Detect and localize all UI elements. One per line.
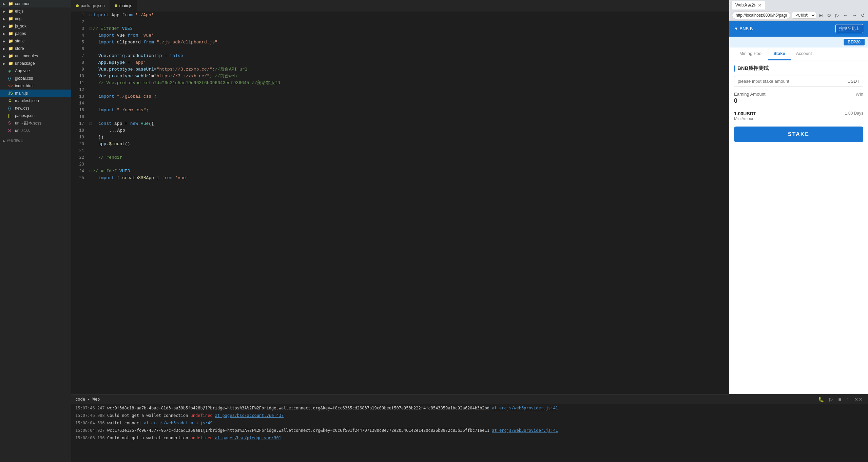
css-file-icon: {} [8,76,14,81]
console-link[interactable]: at pages/bsc/pledge.vue:301 [215,436,281,440]
code-line: 6 [71,46,729,53]
sidebar-item-index-html[interactable]: ▶ <> index.html [0,82,71,90]
code-line: 3 □ // #ifndef VUE3 [71,25,729,32]
days-value: 1.00 Days [845,111,863,121]
closed-projects-label: 已关闭项目 [7,138,24,143]
sidebar-item-label: main.js [15,91,28,96]
sidebar-item-uni-copy-scss[interactable]: ▶ S uni - 副本.scss [0,119,71,127]
sidebar-item-manifest-json[interactable]: ▶ ⚙ manifest.json [0,97,71,104]
sidebar-item-label: new.css [15,106,30,111]
browser-toolbar: PC模式 ⊞ ⚙ ▷ ← → ↺ 🔒 ⋮⋮ [729,10,868,21]
folder-icon: 📁 [8,61,14,66]
code-line: 25 import { createSSRApp } from 'vue' [71,175,729,181]
divider [734,108,863,108]
refresh-button[interactable]: ↺ [860,12,866,19]
browser-close-button[interactable]: ✕ [758,3,761,8]
console-stop-button[interactable]: ▷ [828,396,834,403]
closed-projects-section[interactable]: ▶ 已关闭项目 [0,137,71,145]
console-link[interactable]: at ercjs/web3provider.js:41 [492,406,558,410]
sidebar-item-uni-scss[interactable]: ▶ S uni.scss [0,127,71,134]
code-line: 7 Vue.config.productionTip = false [71,53,729,59]
sidebar-item-label: common [15,1,31,6]
address-bar-input[interactable] [732,12,790,19]
console-link[interactable]: at ercjs/web3model.min.js:49 [144,421,212,425]
sidebar-item-label: manifest.json [15,98,39,103]
sidebar-item-label: uni - 副本.scss [15,120,41,126]
console-line: 15:08:04.927 wc:1763e125-fc96-4377-957c-… [71,427,868,434]
code-line: 1 □ import App from './App' [71,12,729,19]
code-line: 10 Vue.prototype.webUrl="https://3.zzxxb… [71,73,729,80]
tab-package-json[interactable]: package.json [71,0,110,12]
sidebar-item-common[interactable]: ▶ 📁 common [0,0,71,7]
nav-tab-stake[interactable]: Stake [768,47,791,60]
tab-bar: package.json main.js [71,0,729,12]
sidebar-item-label: pages.json [15,113,35,118]
top-bar-text: ▼ BNB B [734,26,753,31]
stake-button[interactable]: STAKE [734,127,863,142]
console-wrap-button[interactable]: ✕✕ [853,396,864,403]
console-error-text: undefined [191,413,213,418]
stake-input-row: USDT [734,76,863,87]
js-file-icon: JS [8,91,14,96]
browser-top-bar: ▼ BNB B 拖拽至此上 [729,21,868,37]
sidebar-item-label: App.vue [15,69,30,73]
console-run-button[interactable]: 🐛 [817,396,825,403]
sidebar-item-img[interactable]: ▶ 📁 img [0,15,71,22]
nav-tab-account[interactable]: Account [791,47,817,60]
arrow-icon: ▶ [3,32,8,36]
arrow-icon: ▶ [3,2,8,6]
sidebar-item-label: img [15,16,21,21]
code-line: 20 app.$mount() [71,141,729,148]
back-button[interactable]: ← [842,12,849,19]
sidebar-item-pages-json[interactable]: ▶ [] pages.json [0,112,71,119]
file-dot [115,4,117,7]
sidebar-item-label: unpackage [15,61,35,66]
code-line: 9 Vue.prototype.baseUrl="https://3.zzxxb… [71,66,729,73]
json-file-icon: ⚙ [8,98,14,103]
sidebar-item-store[interactable]: ▶ 📁 store [0,45,71,52]
sidebar-item-main-js[interactable]: ▶ JS main.js [0,90,71,97]
console-line: 15:07:46.988 Could not get a wallet conn… [71,412,868,419]
sidebar-item-ercjs[interactable]: ▶ 📁 ercjs [0,7,71,15]
screencast-button[interactable]: ▷ [834,12,841,19]
sidebar-item-pages[interactable]: ▶ 📁 pages [0,30,71,37]
code-line: 4 import Vue from 'vue' [71,32,729,39]
sidebar-item-new-css[interactable]: ▶ {} new.css [0,104,71,112]
forward-button[interactable]: → [851,12,858,19]
drag-stake-button[interactable]: 拖拽至此上 [835,24,863,33]
console-restart-button[interactable]: ■ [837,396,843,403]
sidebar-item-label: ercjs [15,9,23,14]
arrow-icon: ▶ [3,62,8,65]
code-editor[interactable]: 1 □ import App from './App' 2 3 [71,12,729,394]
sidebar-item-uni_modules[interactable]: ▶ 📁 uni_modules [0,52,71,60]
stake-section-title: BNB质押测试 [734,65,863,72]
console-clear-button[interactable]: ↑ [845,396,850,403]
earning-value: 0 [734,97,766,104]
mode-select[interactable]: PC模式 [792,12,816,19]
stake-title-text: BNB质押测试 [737,65,769,72]
nav-tab-mining-pool[interactable]: Mining Pool [734,47,768,60]
sidebar-item-static[interactable]: ▶ 📁 static [0,37,71,45]
earning-label: Earning Amount [734,92,766,97]
console-link[interactable]: at ercjs/web3provider.js:41 [492,428,558,433]
sidebar-item-js_sdk[interactable]: ▶ 📁 js_sdk [0,22,71,30]
console-actions: 🐛 ▷ ■ ↑ ✕✕ [817,396,864,403]
sidebar-item-label: store [15,46,24,51]
console-link[interactable]: at pages/bsc/account.vue:437 [215,413,284,418]
stake-amount-input[interactable] [738,79,848,84]
new-tab-button[interactable]: ⊞ [817,12,824,19]
sidebar-item-unpackage[interactable]: ▶ 📁 unpackage [0,60,71,67]
win-label: Win [856,92,863,104]
settings-button[interactable]: ⚙ [826,12,833,19]
vue-file-icon: ◈ [8,69,14,73]
browser-tab[interactable]: Web浏览器 ✕ [732,1,765,9]
code-line: 14 [71,100,729,107]
sidebar-item-label: global.css [15,76,33,81]
browser-titlebar: Web浏览器 ✕ [729,0,868,10]
folder-icon: 📁 [8,16,14,21]
console-header: code - Web 🐛 ▷ ■ ↑ ✕✕ [71,394,868,404]
arrow-icon: ▶ [3,39,8,43]
sidebar-item-global-css[interactable]: ▶ {} global.css [0,75,71,82]
tab-main-js[interactable]: main.js [110,0,137,12]
sidebar-item-app-vue[interactable]: ▶ ◈ App.vue [0,67,71,75]
